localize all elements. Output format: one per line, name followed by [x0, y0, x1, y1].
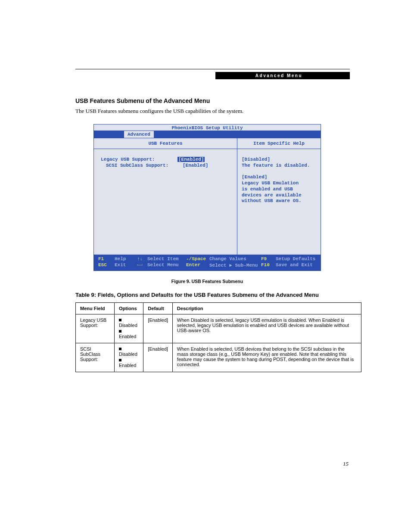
bios-updown-icon: ↑↓	[137, 256, 147, 261]
table-cell-default: [Enabled]	[143, 343, 172, 372]
bios-menubar: Advanced	[94, 131, 321, 138]
bios-leftright-icon: ←→	[137, 262, 147, 268]
table-header-cell: Menu Field	[76, 303, 115, 314]
bios-option-value: [Enabled]	[183, 163, 208, 168]
table-header-cell: Options	[114, 303, 143, 314]
bios-label-exit: Exit	[115, 262, 137, 268]
bios-title: PhoenixBIOS Setup Utility	[94, 124, 321, 131]
intro-paragraph: The USB Features submenu configures the …	[75, 108, 350, 115]
bios-key-space: -/Space	[186, 256, 209, 261]
table-cell-options: DisabledEnabled	[114, 314, 143, 343]
table-row: SCSI SubClass Support:DisabledEnabled[En…	[76, 343, 361, 372]
bios-option-row: SCSI SubClass Support:[Enabled]	[101, 163, 233, 168]
bios-right-header: Item Specific Help	[237, 138, 321, 149]
bios-left-header: USB Features	[94, 138, 237, 149]
table-cell-field: Legacy USB Support:	[76, 314, 115, 343]
bios-label-save-exit: Save and Exit	[276, 262, 316, 268]
table-header-cell: Description	[172, 303, 361, 314]
table-cell-description: When Disabled is selected, legacy USB em…	[172, 314, 361, 343]
bios-option-label: Legacy USB Support:	[101, 157, 177, 162]
bios-help-text: [Disabled] The feature is disabled. [Ena…	[237, 149, 321, 208]
bios-option-row: Legacy USB Support:[Enabled]	[101, 157, 233, 162]
bios-label-setup-defaults: Setup Defaults	[276, 256, 316, 261]
header-rule	[75, 69, 350, 69]
bullet-icon	[119, 359, 121, 361]
table-cell-default: [Enabled]	[143, 314, 172, 343]
table-header-cell: Default	[143, 303, 172, 314]
bios-footer: F1 Help ↑↓ Select Item -/Space Change Va…	[94, 255, 321, 271]
bios-key-f1: F1	[98, 256, 115, 261]
bullet-icon	[119, 348, 121, 350]
bios-option-value: [Enabled]	[177, 157, 205, 162]
table-cell-field: SCSI SubClass Support:	[76, 343, 115, 372]
bios-label-select-submenu: Select ▶ Sub-Menu	[209, 262, 261, 268]
table-title: Table 9: Fields, Options and Defaults fo…	[75, 292, 350, 298]
bios-right-panel: Item Specific Help [Disabled] The featur…	[237, 138, 321, 255]
options-table: Menu FieldOptionsDefaultDescription Lega…	[75, 302, 361, 372]
bullet-icon	[119, 319, 121, 321]
table-cell-options: DisabledEnabled	[114, 343, 143, 372]
bios-left-panel: USB Features Legacy USB Support:[Enabled…	[94, 138, 237, 255]
section-heading: USB Features Submenu of the Advanced Men…	[75, 97, 350, 104]
bios-menubar-active-tab: Advanced	[124, 131, 154, 138]
figure-caption: Figure 9. USB Features Submenu	[93, 279, 321, 284]
table-cell-description: When Enabled is selected, USB devices th…	[172, 343, 361, 372]
bullet-icon	[119, 330, 121, 333]
table-row: Legacy USB Support:DisabledEnabled[Enabl…	[76, 314, 361, 343]
bios-key-f9: F9	[261, 256, 276, 261]
bios-label-change-values: Change Values	[209, 256, 261, 261]
bios-key-enter: Enter	[186, 262, 209, 268]
bios-label-select-item: Select Item	[147, 256, 186, 261]
page-number: 15	[343, 460, 349, 467]
bios-key-esc: ESC	[98, 262, 115, 268]
bios-label-select-menu: Select Menu	[147, 262, 186, 268]
bios-option-label: SCSI SubClass Support:	[101, 163, 183, 168]
bios-key-f10: F10	[261, 262, 276, 268]
bios-label-help: Help	[115, 256, 137, 261]
section-banner: Advanced Menu	[215, 72, 350, 79]
bios-screenshot: PhoenixBIOS Setup Utility Advanced USB F…	[93, 124, 321, 271]
